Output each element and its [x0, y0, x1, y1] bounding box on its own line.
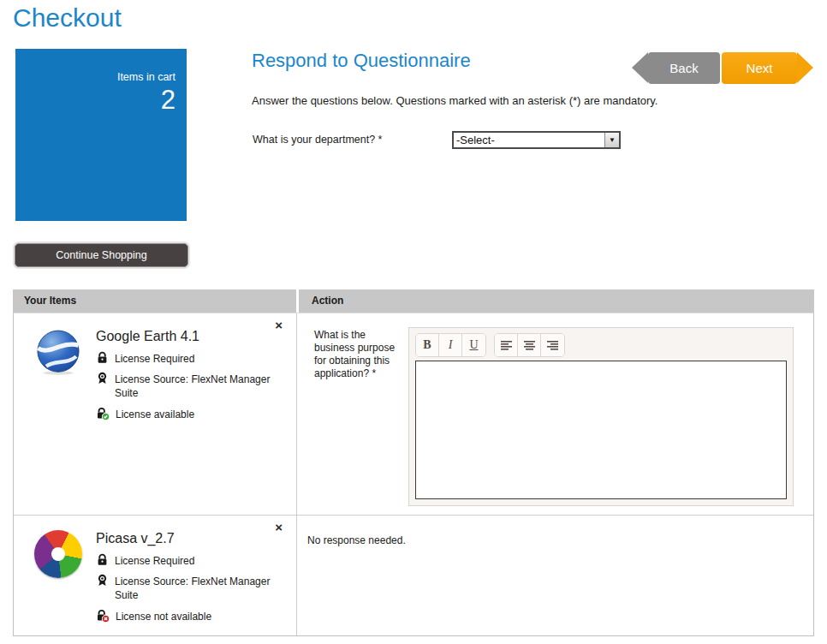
align-center-button[interactable]	[518, 334, 541, 356]
align-button-group	[494, 333, 565, 357]
license-required-text: License Required	[115, 351, 194, 366]
no-response-text: No response needed.	[297, 516, 813, 546]
license-status-line: License available	[96, 407, 284, 421]
action-cell-google-earth: What is the business purpose for obtaini…	[297, 313, 813, 515]
bold-button[interactable]: B	[416, 334, 439, 356]
action-cell-picasa: No response needed.	[297, 516, 813, 635]
questionnaire-title: Respond to Questionnaire	[252, 50, 471, 72]
license-source-text: License Source: FlexNet Manager Suite	[115, 574, 284, 602]
align-left-button[interactable]	[495, 334, 518, 356]
google-earth-logo	[34, 328, 82, 376]
cart-summary-box: Items in cart 2	[15, 49, 187, 221]
cart-count: 2	[15, 83, 187, 116]
product-info: Picasa v_2.7 License Required	[96, 526, 284, 629]
format-button-group: B I U	[415, 333, 486, 357]
lock-icon	[96, 351, 109, 364]
license-status-line: License not available	[96, 609, 284, 623]
page-title: Checkout	[13, 3, 122, 33]
license-source-line: License Source: FlexNet Manager Suite	[96, 372, 284, 400]
department-select-value: -Select-	[454, 134, 604, 146]
product-info: Google Earth 4.1 License Required	[96, 324, 284, 427]
align-center-icon	[524, 341, 535, 350]
product-name: Picasa v_2.7	[96, 531, 284, 546]
table-body: Google Earth 4.1 License Required	[13, 313, 814, 636]
lock-icon	[96, 553, 109, 566]
license-not-available-icon	[96, 609, 110, 623]
license-source-ribbon-icon	[96, 372, 109, 385]
table-row-picasa: Picasa v_2.7 License Required	[14, 516, 813, 635]
license-source-ribbon-icon	[96, 574, 109, 587]
license-required-line: License Required	[96, 553, 284, 568]
remove-item-icon[interactable]: ×	[275, 319, 283, 331]
license-required-text: License Required	[115, 553, 194, 568]
editor-toolbar: B I U	[415, 333, 787, 357]
chevron-down-icon[interactable]: ▼	[604, 133, 619, 147]
continue-shopping-button[interactable]: Continue Shopping	[15, 243, 188, 267]
license-required-line: License Required	[96, 351, 284, 366]
department-question-label: What is your department? *	[253, 134, 382, 146]
align-left-icon	[501, 341, 512, 350]
item-cell-picasa: Picasa v_2.7 License Required	[14, 516, 297, 635]
rich-text-editor: B I U	[408, 327, 794, 506]
remove-item-icon[interactable]: ×	[275, 521, 283, 534]
column-header-your-items: Your Items	[13, 289, 296, 313]
license-available-icon	[96, 407, 110, 420]
align-right-icon	[547, 341, 558, 350]
underline-button[interactable]: U	[462, 334, 485, 356]
cart-items-table: Your Items Action	[13, 289, 814, 636]
license-status-text: License not available	[116, 609, 211, 623]
product-google-earth: Google Earth 4.1 License Required	[26, 324, 284, 427]
department-select[interactable]: -Select- ▼	[452, 131, 621, 149]
cart-items-label: Items in cart	[15, 49, 187, 83]
product-name: Google Earth 4.1	[96, 329, 284, 344]
table-header-row: Your Items Action	[13, 289, 814, 313]
next-button[interactable]: Next	[722, 52, 797, 84]
business-purpose-question: What is the business purpose for obtaini…	[314, 327, 400, 506]
product-picasa: Picasa v_2.7 License Required	[26, 526, 284, 629]
next-button-label: Next	[747, 61, 773, 75]
column-header-action: Action	[299, 289, 814, 313]
align-right-button[interactable]	[541, 334, 564, 356]
questionnaire-instructions: Answer the questions below. Questions ma…	[252, 94, 657, 107]
back-button-label: Back	[669, 61, 698, 75]
back-button[interactable]: Back	[648, 52, 720, 84]
license-source-line: License Source: FlexNet Manager Suite	[96, 574, 284, 602]
italic-button[interactable]: I	[439, 334, 462, 356]
table-row-google-earth: Google Earth 4.1 License Required	[14, 313, 813, 516]
item-cell-google-earth: Google Earth 4.1 License Required	[14, 313, 297, 515]
license-source-text: License Source: FlexNet Manager Suite	[115, 372, 284, 400]
business-purpose-textarea[interactable]	[415, 361, 787, 499]
picasa-logo	[34, 530, 82, 578]
license-status-text: License available	[116, 407, 194, 421]
